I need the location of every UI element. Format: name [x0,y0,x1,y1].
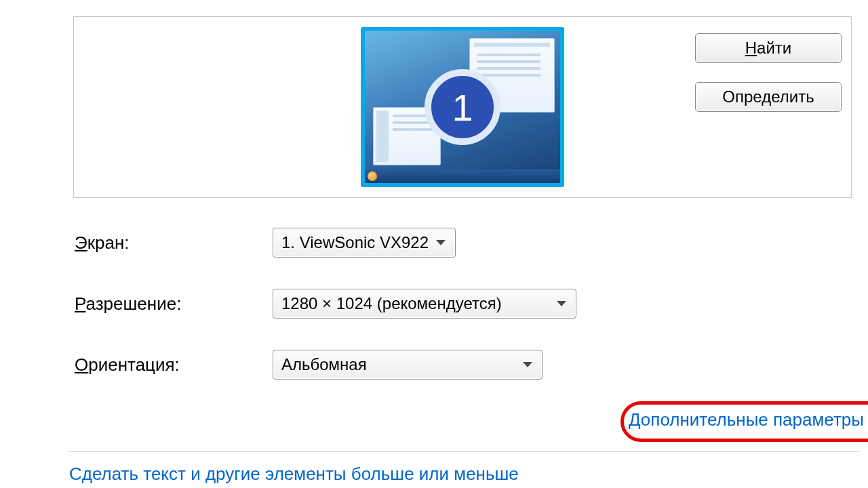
resolution-dropdown[interactable]: 1280 × 1024 (рекомендуется) [273,289,576,319]
resolution-label: Разрешение: [75,293,273,314]
monitor-number: 1 [452,85,473,129]
orientation-dropdown[interactable]: Альбомная [273,350,542,380]
taskbar-icon [365,169,560,183]
screen-dropdown-value: 1. ViewSonic VX922 [281,233,429,252]
text-size-link[interactable]: Сделать текст и другие элементы больше и… [69,464,519,484]
chevron-down-icon [436,240,446,245]
identify-button[interactable]: Определить [695,82,842,112]
divider [68,451,860,452]
screen-dropdown[interactable]: 1. ViewSonic VX922 [273,228,456,258]
display-preview-panel: 1 Найти Определить [73,16,852,198]
resolution-dropdown-value: 1280 × 1024 (рекомендуется) [281,294,502,313]
chevron-down-icon [557,301,566,306]
find-button[interactable]: Найти [695,33,842,63]
monitor-thumbnail[interactable]: 1 [361,27,564,187]
chevron-down-icon [523,362,532,367]
advanced-settings-link[interactable]: Дополнительные параметры [629,409,864,430]
orientation-dropdown-value: Альбомная [281,355,367,374]
orientation-label: Ориентация: [75,354,273,375]
monitor-number-badge: 1 [425,69,500,145]
screen-label: Экран: [75,232,273,253]
